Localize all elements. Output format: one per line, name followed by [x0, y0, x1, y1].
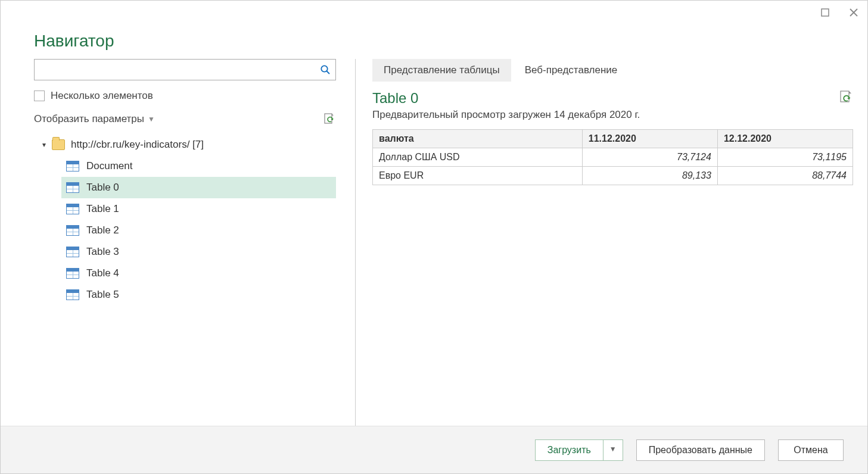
tree-root[interactable]: ▾ http://cbr.ru/key-indicators/ [7]	[34, 134, 336, 155]
table-cell: 88,7744	[717, 167, 853, 185]
preview-title: Table 0	[372, 90, 640, 107]
tab-web-view[interactable]: Веб-представление	[514, 59, 629, 82]
display-options-label: Отобразить параметры	[34, 113, 144, 125]
button-label: Отмена	[794, 445, 827, 455]
search-box[interactable]	[34, 59, 336, 80]
button-label: Преобразовать данные	[649, 445, 752, 455]
table-row: Евро EUR89,13388,7744	[373, 167, 853, 185]
tree-item-label: Table 1	[86, 203, 119, 215]
tree-item[interactable]: Table 5	[61, 284, 336, 305]
tree-root-label: http://cbr.ru/key-indicators/ [7]	[71, 139, 204, 151]
table-header-cell: 11.12.2020	[582, 130, 717, 148]
display-options-row: Отобразить параметры ▼	[34, 113, 336, 126]
tab-table-view[interactable]: Представление таблицы	[372, 59, 511, 82]
tree-item[interactable]: Document	[61, 155, 336, 177]
preview-header: Table 0 Предварительный просмотр загруже…	[372, 90, 853, 129]
tree-item-label: Document	[86, 160, 132, 172]
refresh-preview-button[interactable]	[839, 90, 853, 105]
table-row: Доллар США USD73,712473,1195	[373, 148, 853, 167]
search-input[interactable]	[39, 64, 320, 76]
svg-line-4	[327, 71, 330, 74]
chevron-down-icon: ▼	[148, 115, 155, 123]
maximize-icon	[821, 8, 829, 17]
tree-item[interactable]: Table 2	[61, 220, 336, 241]
tree-item[interactable]: Table 1	[61, 198, 336, 220]
table-icon	[66, 225, 79, 236]
table-cell: 73,1195	[717, 148, 853, 167]
table-header-cell: валюта	[373, 130, 583, 148]
preview-table: валюта11.12.202012.12.2020Доллар США USD…	[372, 129, 853, 185]
button-label: Загрузить	[547, 445, 591, 455]
chevron-down-icon: ▼	[609, 445, 617, 453]
table-header-row: валюта11.12.202012.12.2020	[373, 130, 853, 148]
cancel-button[interactable]: Отмена	[778, 439, 844, 461]
table-icon	[66, 289, 79, 300]
search-icon	[320, 64, 331, 75]
tree-item-label: Table 0	[86, 182, 119, 194]
tree-children: DocumentTable 0Table 1Table 2Table 3Tabl…	[61, 155, 336, 305]
expand-collapse-icon[interactable]: ▾	[42, 141, 46, 149]
table-icon	[66, 182, 79, 193]
table-cell: 73,7124	[582, 148, 717, 167]
refresh-tree-button[interactable]	[323, 113, 336, 126]
preview-subtitle: Предварительный просмотр загружен 14 дек…	[372, 109, 640, 121]
tree-item[interactable]: Table 0	[61, 177, 336, 198]
close-icon	[849, 8, 858, 17]
tree-item-label: Table 5	[86, 289, 119, 301]
display-options-button[interactable]: Отобразить параметры ▼	[34, 113, 155, 125]
tab-label: Веб-представление	[525, 64, 618, 76]
svg-rect-0	[822, 9, 829, 16]
load-button[interactable]: Загрузить	[535, 439, 603, 461]
table-cell: Евро EUR	[373, 167, 583, 185]
folder-icon	[52, 139, 65, 150]
table-icon	[66, 247, 79, 257]
content-area: Несколько элементов Отобразить параметры…	[1, 59, 867, 426]
multiple-items-label: Несколько элементов	[51, 90, 153, 102]
checkbox-icon	[34, 91, 45, 101]
multiple-items-checkbox[interactable]: Несколько элементов	[34, 90, 336, 102]
tree-item[interactable]: Table 4	[61, 263, 336, 284]
left-pane: Несколько элементов Отобразить параметры…	[34, 59, 356, 426]
table-header-cell: 12.12.2020	[717, 130, 853, 148]
table-icon	[66, 268, 79, 279]
tree-item-label: Table 4	[86, 267, 119, 279]
svg-point-3	[321, 66, 327, 71]
load-button-group: Загрузить ▼	[535, 439, 623, 461]
right-pane: Представление таблицы Веб-представление …	[356, 59, 853, 426]
table-cell: 89,133	[582, 167, 717, 185]
tree-item-label: Table 2	[86, 224, 119, 236]
tab-label: Представление таблицы	[384, 64, 500, 76]
close-button[interactable]	[848, 7, 859, 18]
navigator-dialog: Навигатор Несколько элементов Отобразить…	[0, 0, 868, 474]
tree-item-label: Table 3	[86, 246, 119, 258]
tree-item[interactable]: Table 3	[61, 241, 336, 263]
table-icon	[66, 204, 79, 214]
navigation-tree: ▾ http://cbr.ru/key-indicators/ [7] Docu…	[34, 134, 336, 305]
table-icon	[66, 161, 79, 171]
table-cell: Доллар США USD	[373, 148, 583, 167]
view-tabs: Представление таблицы Веб-представление	[372, 59, 853, 82]
dialog-title: Навигатор	[1, 24, 867, 59]
load-dropdown-button[interactable]: ▼	[603, 439, 623, 461]
titlebar	[1, 1, 867, 24]
transform-button[interactable]: Преобразовать данные	[636, 439, 765, 461]
dialog-footer: Загрузить ▼ Преобразовать данные Отмена	[1, 426, 867, 473]
maximize-button[interactable]	[820, 7, 830, 18]
